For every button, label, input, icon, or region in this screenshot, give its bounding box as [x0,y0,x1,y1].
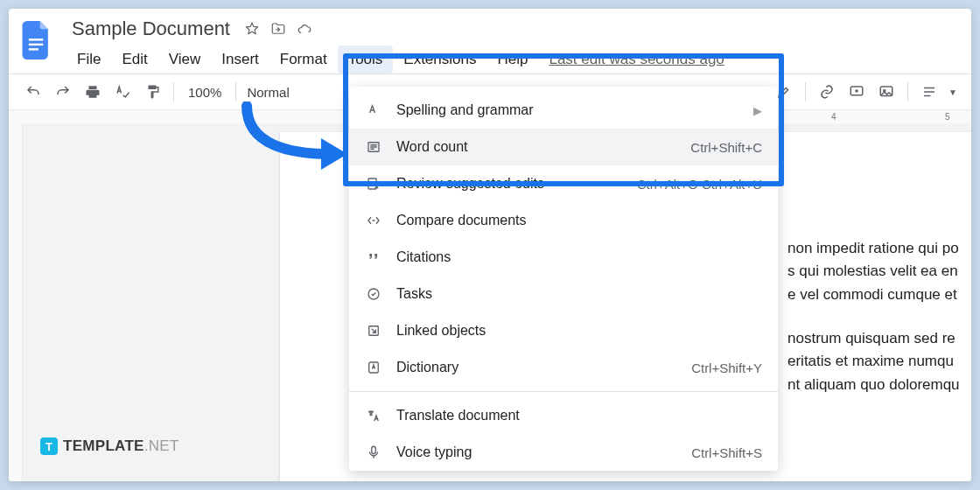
last-edit-status[interactable]: Last edit was seconds ago [545,46,727,74]
template-logo-icon: T [40,438,58,455]
menu-label: Linked objects [396,323,486,339]
cloud-status-icon[interactable] [297,21,312,37]
print-icon[interactable] [82,81,103,102]
watermark: T TEMPLATE.NET [40,438,179,455]
menu-word-count[interactable]: Word count Ctrl+Shift+C [349,129,778,165]
ruler-label: 4 [831,112,836,122]
document-title[interactable]: Sample Document [66,16,235,42]
menu-dictionary[interactable]: Dictionary Ctrl+Shift+Y [349,349,778,386]
menu-label: Spelling and grammar [396,102,534,118]
menu-insert[interactable]: Insert [211,46,270,74]
linked-objects-icon [365,322,382,340]
insert-link-icon[interactable] [816,81,837,102]
tools-dropdown: Spelling and grammar ▶ Word count Ctrl+S… [349,87,778,471]
translate-icon [365,407,382,424]
menu-label: Tasks [396,286,432,302]
menu-label: Voice typing [396,444,472,460]
annotation-arrow-icon [238,102,352,175]
menu-shortcut: Ctrl+Shift+Y [691,360,762,375]
add-comment-icon[interactable] [846,81,867,102]
menu-bar: File Edit View Insert Format Tools Exten… [66,46,961,74]
vertical-ruler[interactable] [9,123,23,481]
menu-label: Compare documents [396,213,527,228]
menu-spelling-grammar[interactable]: Spelling and grammar ▶ [349,92,778,129]
star-icon[interactable] [244,21,260,37]
menu-label: Citations [396,249,451,265]
tasks-icon [365,285,382,303]
align-icon[interactable] [919,81,940,102]
watermark-suffix: .NET [144,438,179,454]
word-count-icon [365,138,382,156]
menu-review-edits[interactable]: Review suggested edits Ctrl+Alt+O Ctrl+A… [349,165,778,202]
menu-extensions[interactable]: Extensions [393,46,486,74]
spellcheck-icon[interactable] [112,81,133,102]
dictionary-icon [365,359,382,376]
svg-rect-11 [372,446,376,453]
menu-tools[interactable]: Tools [338,46,394,74]
citations-icon [365,248,382,266]
insert-image-icon[interactable] [876,81,897,102]
menu-citations[interactable]: Citations [349,239,778,276]
menu-linked-objects[interactable]: Linked objects [349,312,778,349]
review-edits-icon [365,175,382,192]
document-body-text[interactable]: non impedit ratione qui pos qui molestia… [788,237,971,417]
compare-icon [365,212,382,229]
ruler-label: 5 [945,112,950,122]
menu-shortcut: Ctrl+Alt+O Ctrl+Alt+U [637,177,762,192]
spellcheck-a-icon [365,102,382,119]
undo-icon[interactable] [23,81,44,102]
toolbar-separator [173,82,174,102]
zoom-select[interactable]: 100% [185,85,225,100]
svg-rect-1 [29,44,44,46]
menu-label: Dictionary [396,360,458,375]
redo-icon[interactable] [52,81,74,102]
docs-logo-icon[interactable] [19,19,54,61]
menu-help[interactable]: Help [486,46,538,74]
menu-view[interactable]: View [158,46,212,74]
menu-label: Translate document [396,408,520,424]
menu-edit[interactable]: Edit [111,46,158,74]
header: Sample Document File Edit View Insert Fo… [9,9,971,74]
svg-rect-0 [29,38,44,40]
paint-format-icon[interactable] [142,81,163,102]
menu-translate[interactable]: Translate document [349,397,778,434]
submenu-arrow-icon: ▶ [753,104,762,117]
menu-separator [349,391,778,392]
menu-file[interactable]: File [66,46,111,74]
move-folder-icon[interactable] [270,21,286,37]
svg-rect-2 [29,48,38,50]
watermark-brand: TEMPLATE [63,438,144,454]
chevron-down-icon[interactable]: ▼ [948,88,957,97]
menu-voice-typing[interactable]: Voice typing Ctrl+Shift+S [349,434,778,471]
toolbar-separator [907,82,908,102]
menu-compare-docs[interactable]: Compare documents [349,202,778,239]
paragraph-style-select[interactable]: Normal [247,85,289,100]
toolbar-separator [805,82,806,102]
menu-format[interactable]: Format [270,46,338,74]
menu-tasks[interactable]: Tasks [349,276,778,312]
toolbar-separator [235,82,236,102]
menu-shortcut: Ctrl+Shift+S [691,445,762,460]
menu-label: Word count [396,139,468,155]
menu-shortcut: Ctrl+Shift+C [690,140,762,155]
mic-icon [365,444,382,461]
menu-label: Review suggested edits [396,176,544,192]
